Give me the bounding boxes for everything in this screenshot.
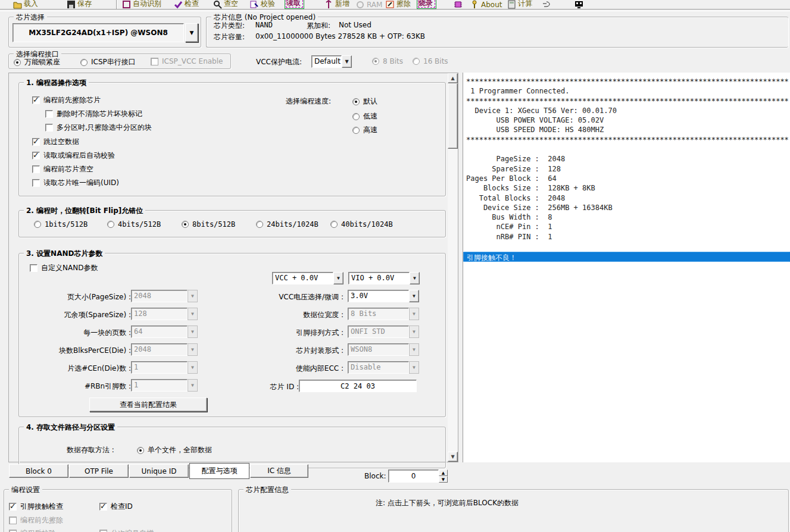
lcd-view-button[interactable] xyxy=(574,0,583,9)
dropdown-arrow-icon[interactable]: ▼ xyxy=(333,272,344,284)
calculator-button[interactable]: 计算 xyxy=(507,0,532,9)
vcc-voltage-combobox[interactable]: 3.0V▼ xyxy=(348,290,419,302)
radio-socket[interactable]: 万能锁紧座 xyxy=(14,57,60,67)
checkbox-box[interactable]: ✓ xyxy=(32,152,40,159)
data-width-combobox[interactable]: 8 Bits▼ xyxy=(348,308,419,320)
tab-otp-file[interactable]: OTP File xyxy=(69,464,129,478)
scroll-down-icon[interactable]: ▼ xyxy=(448,452,458,462)
radio-bitflip-8[interactable]: 8bits/512B xyxy=(182,220,235,229)
radio-16bits-circle[interactable] xyxy=(413,58,420,65)
radio-circle[interactable] xyxy=(256,221,263,228)
checkbox-blank-check-before[interactable]: ✓ 编程前芯片查空 xyxy=(32,164,93,174)
vio-offset-combobox[interactable]: VIO + 0.0V▼ xyxy=(348,272,420,284)
checkbox-custom-nand[interactable]: ✓ 自定义NAND参数 xyxy=(30,263,98,273)
dropdown-arrow-icon[interactable]: ▼ xyxy=(409,290,419,302)
read-button[interactable]: 读取 xyxy=(285,0,304,9)
spinner-down-icon[interactable]: ▼ xyxy=(439,476,448,483)
radio-icsp[interactable]: ICSP串行接口 xyxy=(80,57,136,67)
add-button[interactable]: 新增 xyxy=(324,0,349,9)
checkbox-icsp-vcc[interactable]: ✓ ICSP_VCC Enable xyxy=(151,57,223,65)
radio-circle[interactable] xyxy=(182,221,189,228)
dropdown-arrow-icon[interactable]: ▼ xyxy=(342,55,352,68)
radio-8bits-circle[interactable] xyxy=(372,58,379,65)
auto-detect-button[interactable]: 自动识别 xyxy=(122,0,161,9)
checkbox-check-id[interactable]: ✓ 检查ID xyxy=(99,502,133,512)
scrollbar-thumb[interactable] xyxy=(448,83,458,149)
checkbox-box[interactable]: ✓ xyxy=(9,517,17,524)
scroll-up-icon[interactable]: ▲ xyxy=(448,73,458,83)
radio-circle[interactable] xyxy=(352,127,360,134)
checkbox-box[interactable]: ✓ xyxy=(9,530,17,532)
checkbox-pin-contact-check[interactable]: ✓ 引脚接触检查 xyxy=(9,502,63,512)
dropdown-arrow-icon[interactable]: ▼ xyxy=(410,272,420,284)
about-button[interactable]: About xyxy=(470,0,502,9)
log-highlight-line[interactable]: 引脚接触不良！ xyxy=(463,252,790,262)
rbn-count-combobox[interactable]: 1▼ xyxy=(131,379,198,392)
program-button[interactable]: 烧录 xyxy=(417,0,436,9)
spinner-up-icon[interactable]: ▲ xyxy=(439,470,448,476)
pages-per-block-combobox[interactable]: 64▼ xyxy=(131,326,198,338)
checkbox-skip-blank-data[interactable]: ✓ 跳过空数据 xyxy=(32,137,79,147)
radio-single-file[interactable]: 单个文件，全部数据 xyxy=(137,445,212,455)
checkbox-box[interactable]: ✓ xyxy=(32,179,40,187)
blank-check-button[interactable]: 查空 xyxy=(213,0,238,9)
erase-button[interactable]: 擦除 xyxy=(386,0,411,9)
log-panel[interactable]: ****************************************… xyxy=(463,73,790,462)
checkbox-box[interactable]: ✓ xyxy=(30,264,38,272)
chip-select-combobox[interactable]: MX35LF2G24AD(x1+ISP) @WSON8 xyxy=(13,23,184,42)
tab-ic-info[interactable]: IC 信息 xyxy=(250,464,308,478)
package-combobox[interactable]: WSON8▼ xyxy=(348,343,419,356)
radio-8bits[interactable]: 8 Bits xyxy=(372,57,403,65)
checkbox-box[interactable]: ✓ xyxy=(9,503,17,511)
chip-select-dropdown-button[interactable]: ▼ xyxy=(185,23,198,42)
radio-circle[interactable] xyxy=(330,221,338,228)
vcc-current-combobox[interactable]: Default▼ xyxy=(311,55,352,68)
vcc-offset-combobox[interactable]: VCC + 0.0V▼ xyxy=(272,272,344,284)
radio-bitflip-40[interactable]: 40bits/1024B xyxy=(330,220,393,229)
ram-button[interactable]: RAM xyxy=(356,0,382,9)
radio-speed-low[interactable]: 低速 xyxy=(352,111,377,121)
options-scrollbar[interactable]: ▲ ▼ xyxy=(448,73,458,462)
radio-circle[interactable] xyxy=(352,98,360,105)
radio-bitflip-4[interactable]: 4bits/512B xyxy=(107,220,161,229)
ce-count-combobox[interactable]: 1▼ xyxy=(131,361,198,374)
radio-icsp-circle[interactable] xyxy=(80,59,88,66)
pagesize-combobox[interactable]: 2048▼ xyxy=(131,290,198,302)
blocks-per-ce-combobox[interactable]: 2048▼ xyxy=(131,343,198,356)
test-button[interactable]: 检查 xyxy=(174,0,199,9)
radio-circle[interactable] xyxy=(107,221,114,228)
radio-circle[interactable] xyxy=(137,447,144,454)
checkbox-erase-before-program[interactable]: ✓ 编程前先擦除芯片 xyxy=(32,95,101,105)
checkbox-erase-selected-partition[interactable]: ✓ 多分区时,只擦除选中分区的块 xyxy=(45,123,152,133)
radio-bitflip-24[interactable]: 24bits/1024B xyxy=(256,220,319,229)
load-button[interactable]: 载入 xyxy=(13,0,38,9)
view-config-button[interactable]: 查看当前配置结果 xyxy=(89,398,207,412)
tab-unique-id[interactable]: Unique ID xyxy=(129,464,189,478)
tab-block0[interactable]: Block 0 xyxy=(9,464,68,478)
radio-socket-circle[interactable] xyxy=(14,59,21,66)
verify-button[interactable]: 校验 xyxy=(250,0,275,9)
radio-16bits[interactable]: 16 Bits xyxy=(413,57,448,65)
sparesize-combobox[interactable]: 128▼ xyxy=(131,308,198,320)
pin-layout-combobox[interactable]: ONFI STD▼ xyxy=(348,326,419,338)
checkbox-serial-autoincrement[interactable]: ✓ 分次编号自增 xyxy=(99,528,154,532)
checkbox-keep-badblock-marks[interactable]: ✓ 删除时不清除芯片坏块标记 xyxy=(45,109,142,119)
chip-id-field[interactable]: C2 24 03 xyxy=(299,380,417,392)
radio-speed-high[interactable]: 高速 xyxy=(352,125,377,135)
radio-circle[interactable] xyxy=(352,113,360,120)
checkbox-box[interactable]: ✓ xyxy=(32,96,40,104)
checkbox-auto-verify[interactable]: ✓ 读取或编程后自动校验 xyxy=(32,151,115,161)
checkbox-verify-after[interactable]: ✓ 编程后校验 xyxy=(9,528,56,532)
radio-bitflip-1[interactable]: 1bits/512B xyxy=(34,220,88,229)
checkbox-erase-before-bottom[interactable]: ✓ 编程前先擦除 xyxy=(9,515,63,525)
checkbox-box[interactable]: ✓ xyxy=(99,530,107,532)
checkbox-box[interactable]: ✓ xyxy=(45,124,53,132)
internal-ecc-combobox[interactable]: Disable▼ xyxy=(348,361,419,374)
radio-circle[interactable] xyxy=(34,221,41,228)
radio-speed-default[interactable]: 默认 xyxy=(352,96,377,107)
checkbox-box[interactable]: ✓ xyxy=(32,165,40,173)
hand-tool-button[interactable] xyxy=(542,0,551,9)
checkbox-box[interactable]: ✓ xyxy=(45,110,53,118)
block-spinner-field[interactable]: 0 xyxy=(388,470,439,483)
tab-config-options[interactable]: 配置与选项 xyxy=(189,463,249,479)
